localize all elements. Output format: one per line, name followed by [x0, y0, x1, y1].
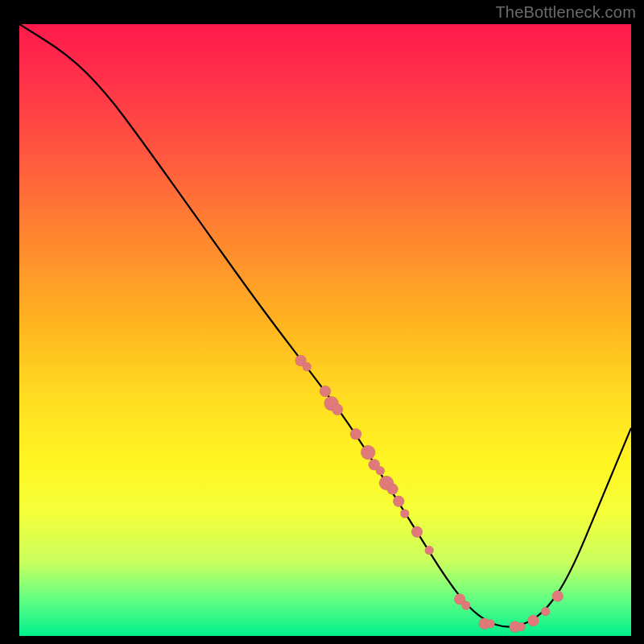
attribution-text: TheBottleneck.com — [495, 3, 636, 22]
data-point — [400, 510, 409, 518]
data-point — [393, 496, 404, 507]
data-point — [461, 601, 470, 610]
data-point — [376, 466, 385, 475]
data-point — [425, 546, 434, 555]
chart-frame: TheBottleneck.com — [0, 0, 644, 644]
chart-svg — [19, 24, 631, 636]
data-point — [387, 484, 398, 495]
data-point — [517, 622, 526, 631]
data-point — [320, 386, 331, 397]
data-point — [552, 591, 564, 602]
data-point — [303, 362, 312, 371]
data-point — [332, 404, 343, 415]
data-point — [486, 619, 495, 628]
data-point — [361, 445, 375, 460]
data-point — [541, 607, 550, 616]
data-point — [411, 526, 423, 538]
plot-area — [18, 24, 631, 638]
data-point — [527, 615, 539, 626]
bottleneck-curve — [19, 24, 631, 627]
data-point — [350, 428, 361, 440]
data-points — [295, 355, 564, 633]
